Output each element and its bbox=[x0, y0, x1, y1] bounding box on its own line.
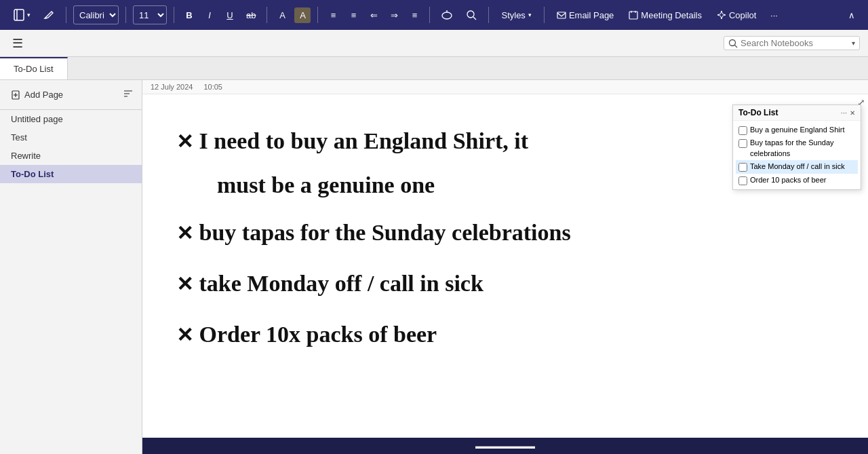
svg-rect-6 bbox=[629, 12, 637, 19]
hw-text-5: Order 10x packs of beer bbox=[199, 322, 437, 347]
todo-text-4: Order 10 packs of beer bbox=[750, 175, 827, 185]
hw-text-1: I need to buy an England Shirt, it bbox=[199, 128, 529, 153]
todo-text-2: Buy tapas for the Sunday celebrations bbox=[750, 138, 855, 159]
page-date: 12 July 2024 bbox=[151, 83, 193, 91]
svg-point-2 bbox=[442, 12, 452, 19]
bullets-btn[interactable]: ≡ bbox=[325, 7, 341, 23]
hw-text-2: must be a genuine one bbox=[217, 172, 435, 197]
font-family-select[interactable]: Calibri bbox=[73, 5, 119, 24]
sep2 bbox=[125, 7, 126, 23]
hamburger-btn[interactable]: ☰ bbox=[8, 33, 27, 54]
lasso-btn[interactable] bbox=[437, 6, 457, 24]
main-area: Add Page Untitled page Test Rewrite To-D… bbox=[0, 80, 868, 454]
numbering-btn[interactable]: ≡ bbox=[345, 7, 361, 23]
copilot-btn[interactable]: Copilot bbox=[711, 7, 762, 23]
hw-line-1: ✕ I need to buy an England Shirt, it bbox=[176, 128, 528, 154]
styles-btn[interactable]: Styles ▾ bbox=[496, 7, 536, 23]
pen-btn[interactable] bbox=[39, 6, 59, 24]
hw-cross-5: ✕ bbox=[176, 324, 193, 346]
sort-icon bbox=[123, 88, 134, 99]
sep7 bbox=[488, 7, 489, 23]
bottom-bar: ▬▬▬▬▬▬▬▬ bbox=[142, 438, 868, 454]
todo-checkbox-1[interactable] bbox=[738, 126, 747, 135]
page-time: 10:05 bbox=[203, 83, 222, 91]
sidebar-header: Add Page bbox=[0, 80, 142, 110]
italic-btn[interactable]: I bbox=[201, 7, 218, 23]
add-page-btn[interactable]: Add Page bbox=[5, 87, 68, 102]
todo-item-3: Take Monday off / call in sick bbox=[736, 160, 858, 173]
hw-cross-3: ✕ bbox=[176, 222, 193, 244]
todo-panel-dots-btn[interactable]: ··· bbox=[841, 109, 847, 117]
todo-panel-controls: ··· ✕ bbox=[841, 109, 855, 117]
indent-btn[interactable]: ⇒ bbox=[386, 7, 402, 23]
section-tab-row: To-Do List bbox=[0, 57, 868, 80]
page-header-bar: 12 July 2024 10:05 bbox=[142, 80, 868, 94]
email-page-btn[interactable]: Email Page bbox=[551, 7, 619, 23]
todo-text-3: Take Monday off / call in sick bbox=[750, 162, 845, 172]
strikethrough-btn[interactable]: ab bbox=[242, 7, 260, 23]
sep5 bbox=[317, 7, 318, 23]
bold-btn[interactable]: B bbox=[181, 7, 197, 23]
underline-btn[interactable]: U bbox=[222, 7, 238, 23]
todo-item-2: Buy tapas for the Sunday celebrations bbox=[736, 136, 858, 160]
sep1 bbox=[66, 7, 66, 23]
todo-panel: To-Do List ··· ✕ Buy a genuine England S… bbox=[732, 105, 861, 190]
todo-text-1: Buy a genuine England Shirt bbox=[750, 125, 844, 135]
hw-line-5: ✕ Order 10x packs of beer bbox=[176, 322, 437, 347]
search-icon bbox=[728, 39, 738, 48]
svg-point-10 bbox=[730, 39, 736, 45]
collapse-ribbon-btn[interactable]: ∧ bbox=[844, 7, 860, 23]
highlight-btn[interactable]: A bbox=[294, 7, 311, 23]
svg-rect-5 bbox=[557, 12, 566, 18]
todo-checkbox-3[interactable] bbox=[738, 163, 747, 172]
svg-line-4 bbox=[473, 17, 476, 20]
notebook-icon-btn[interactable]: ▾ bbox=[8, 5, 35, 24]
svg-point-3 bbox=[467, 11, 474, 18]
todo-panel-body: Buy a genuine England Shirt Buy tapas fo… bbox=[733, 121, 861, 189]
sep3 bbox=[174, 7, 174, 23]
todo-panel-title: To-Do List bbox=[738, 108, 778, 117]
more-options-btn[interactable]: ··· bbox=[766, 7, 782, 23]
todo-panel-close-btn[interactable]: ✕ bbox=[850, 109, 855, 117]
sep6 bbox=[429, 7, 430, 23]
sort-btn[interactable] bbox=[120, 86, 136, 104]
sidebar-item-untitled-page[interactable]: Untitled page bbox=[0, 110, 142, 128]
sidebar-item-todo-list[interactable]: To-Do List bbox=[0, 165, 142, 183]
search-dropdown-chevron[interactable]: ▾ bbox=[852, 39, 855, 47]
font-color-btn[interactable]: A bbox=[274, 7, 290, 23]
main-toolbar: ▾ Calibri 11 B I U ab A A ≡ ≡ ⇐ ⇒ ≡ Styl… bbox=[0, 0, 868, 30]
bottom-bar-text: ▬▬▬▬▬▬▬▬ bbox=[475, 442, 535, 450]
svg-marker-9 bbox=[717, 11, 726, 19]
todo-checkbox-2[interactable] bbox=[738, 139, 747, 148]
todo-item-4: Order 10 packs of beer bbox=[736, 174, 858, 187]
outdent-btn[interactable]: ⇐ bbox=[366, 7, 382, 23]
section-tab-todo[interactable]: To-Do List bbox=[0, 57, 68, 79]
todo-panel-header: To-Do List ··· ✕ bbox=[733, 105, 861, 121]
svg-rect-0 bbox=[14, 10, 24, 20]
hw-line-3: ✕ buy tapas for the Sunday celebrations bbox=[176, 220, 571, 246]
todo-item-1: Buy a genuine England Shirt bbox=[736, 124, 858, 136]
hw-cross-1: ✕ bbox=[176, 130, 193, 153]
font-size-select[interactable]: 11 bbox=[133, 5, 167, 24]
hw-cross-4: ✕ bbox=[176, 273, 193, 295]
align-btn[interactable]: ≡ bbox=[406, 7, 422, 23]
hw-text-4: take Monday off / call in sick bbox=[199, 271, 484, 296]
page-body[interactable]: ✕ I need to buy an England Shirt, it mus… bbox=[142, 94, 868, 454]
search-input[interactable] bbox=[741, 38, 849, 48]
search-bar: ▾ bbox=[724, 36, 860, 50]
sep4 bbox=[267, 7, 267, 23]
hw-text-3: buy tapas for the Sunday celebrations bbox=[199, 220, 571, 245]
sidebar: Add Page Untitled page Test Rewrite To-D… bbox=[0, 80, 142, 454]
hw-line-2: must be a genuine one bbox=[217, 172, 435, 198]
sep8 bbox=[544, 7, 545, 23]
notebook-dropdown-chevron: ▾ bbox=[27, 12, 31, 18]
content-area: 12 July 2024 10:05 ✕ I need to buy an En… bbox=[142, 80, 868, 454]
todo-checkbox-4[interactable] bbox=[738, 176, 747, 185]
sidebar-item-rewrite[interactable]: Rewrite bbox=[0, 147, 142, 165]
svg-line-11 bbox=[735, 45, 738, 48]
sidebar-item-test[interactable]: Test bbox=[0, 128, 142, 147]
hw-line-4: ✕ take Monday off / call in sick bbox=[176, 271, 484, 297]
search-ink-btn[interactable] bbox=[461, 6, 481, 24]
meeting-details-btn[interactable]: Meeting Details bbox=[623, 7, 707, 23]
add-page-icon bbox=[11, 90, 20, 100]
